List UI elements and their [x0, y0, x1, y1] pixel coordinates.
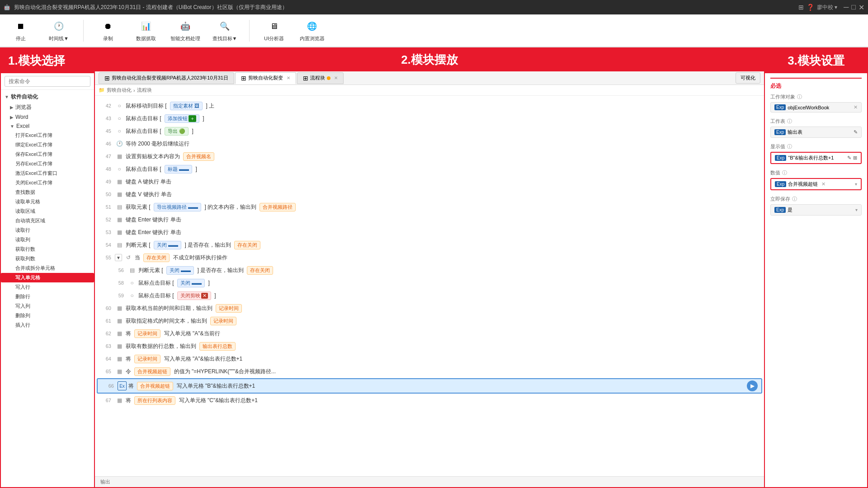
help-icon[interactable]: ⓘ	[787, 118, 792, 125]
workbook-close-btn[interactable]: ✕	[854, 104, 858, 110]
tree-item-get-colcount[interactable]: 获取列数	[1, 254, 94, 263]
flow-line-47: 47 ▦ 设置剪贴板文本内容为 合并视频名	[95, 150, 764, 163]
tree-item-delete-row[interactable]: 删除行	[1, 292, 94, 301]
tree-item-browser[interactable]: ▶ 浏览器	[1, 102, 94, 113]
worksheet-edit-btn[interactable]: ✎	[854, 129, 858, 135]
help-icon[interactable]: ⓘ	[782, 169, 787, 176]
tabs-bar: ⊞ 剪映自动化混合裂变视频RPA机器人2023年10月31日 ⊞ 剪映自动化裂变…	[95, 71, 764, 85]
display-value-edit-btn[interactable]: ✎	[847, 155, 851, 161]
tree-item-activate-excel[interactable]: 激活Excel工作窗口	[1, 169, 94, 178]
line-number: 62	[99, 331, 111, 336]
display-value-expand-btn[interactable]: ⊞	[853, 155, 857, 161]
tree-item-bind-excel[interactable]: 绑定Excel工作簿	[1, 140, 94, 150]
flow-line-64: 64 ▦ 将 记录时间 写入单元格 "A"&输出表行总数+1	[95, 352, 764, 365]
flow-line-48: 48 ○ 鼠标点击目标 [ 标题 ▬▬ ]	[95, 163, 764, 175]
tree-item-merge-cell[interactable]: 合并或拆分单元格	[1, 263, 94, 273]
find-target-button[interactable]: 🔍 查找目标▼	[211, 19, 238, 42]
tree-item-read-range[interactable]: 读取区域	[1, 206, 94, 216]
search-input[interactable]	[5, 76, 90, 87]
tree-item-open-excel[interactable]: 打开Excel工作簿	[1, 131, 94, 140]
doc-process-button[interactable]: 🤖 智能文档处理	[170, 19, 200, 42]
var-tag: 存在关闭	[234, 241, 260, 249]
tree-item-find-data[interactable]: 查找数据	[1, 188, 94, 197]
save-immediately-field-value[interactable]: Exp 是 ▾	[770, 204, 862, 216]
title-text: 剪映自动化混合裂变视频RPA机器人2023年10月31日 - 流程创建者（UiB…	[14, 4, 288, 11]
tree-item-write-cell[interactable]: 写入单元格	[1, 273, 94, 282]
flow-line-55: 55 ▼ ↺ 当 存在关闭 不成立时循环执行操作	[95, 251, 764, 264]
line-number: 46	[99, 141, 111, 146]
visualize-button[interactable]: 可视化	[736, 72, 760, 84]
tab-close-btn[interactable]: ✕	[287, 75, 290, 80]
line-number: 58	[111, 280, 124, 286]
line-content: 鼠标点击目标 [ 关闭剪映 ✕ ]	[138, 291, 760, 300]
tree-item-insert-row[interactable]: 插入行	[1, 320, 94, 330]
data-capture-button[interactable]: 📊 数据抓取	[132, 19, 160, 42]
line-number: 66	[101, 383, 114, 389]
help-icon[interactable]: ⓘ	[787, 143, 792, 150]
flow-line-66[interactable]: 66 Ex 将 合并视频超链 写入单元格 "B"&输出表行总数+1 ▶	[97, 378, 762, 394]
numeric-value-close-btn[interactable]: ✕	[821, 181, 826, 187]
flow-line-53: 53 ▦ 键盘 Enter 键执行 单击	[95, 226, 764, 239]
action-icon: ○	[115, 101, 124, 110]
tree-item-delete-col[interactable]: 删除列	[1, 311, 94, 320]
record-button[interactable]: ⏺ 录制	[94, 19, 122, 42]
display-value-field-value[interactable]: Exp "B"&输出表行总数+1 ✎ ⊞	[770, 152, 862, 164]
flow-line-63: 63 ▦ 获取有数据的行总数，输出到 输出表行总数	[95, 340, 764, 352]
dropdown-icon[interactable]: ▾	[855, 207, 858, 212]
ui-analyzer-icon: 🖥	[267, 19, 281, 33]
tree-item-software-automation[interactable]: ▼ 软件自动化	[1, 92, 94, 102]
tree-item-excel[interactable]: ▼ Excel	[1, 122, 94, 131]
browser-button[interactable]: 🌐 内置浏览器	[298, 19, 326, 42]
save-immediately-field-group: 立即保存 ⓘ Exp 是 ▾	[770, 196, 862, 216]
var-tag: 记录时间	[134, 355, 160, 363]
tree-item-read-row[interactable]: 读取行	[1, 225, 94, 235]
tree-item-autofill[interactable]: 自动填充区域	[1, 216, 94, 225]
var-tag: 输出表行总数	[199, 342, 236, 351]
tree-container: ▼ 软件自动化 ▶ 浏览器 ▶ Word ▼ Excel 打开Excel工作簿 …	[1, 90, 94, 487]
ui-analyzer-button[interactable]: 🖥 UI分析器	[260, 19, 288, 42]
numeric-value-field-value[interactable]: Exp 合并视频超链 ✕ ▾	[770, 178, 862, 190]
element-tag: 标题 ▬▬	[165, 165, 192, 174]
tree-item-word[interactable]: ▶ Word	[1, 113, 94, 122]
help-icon[interactable]: ⓘ	[797, 94, 802, 100]
line-content: 等待 2000 毫秒后继续运行	[126, 140, 760, 148]
output-bar: 输出	[95, 476, 764, 487]
timeline-button[interactable]: 🕐 时间线▼	[45, 19, 72, 42]
tab-main-flow[interactable]: ⊞ 剪映自动化混合裂变视频RPA机器人2023年10月31日	[99, 72, 234, 84]
grid-icon[interactable]: ⊞	[798, 4, 804, 11]
line-content: 获取有数据的行总数，输出到 输出表行总数	[126, 342, 760, 351]
tree-item-read-col[interactable]: 读取列	[1, 235, 94, 244]
dropdown-icon[interactable]: ▾	[855, 182, 857, 187]
tree-item-write-col[interactable]: 写入列	[1, 301, 94, 311]
play-button[interactable]: ▶	[747, 380, 758, 391]
tree-item-saveas-excel[interactable]: 另存Excel工作簿	[1, 159, 94, 169]
loop-icon: ↺	[124, 253, 133, 262]
section-2-header: 2.模块摆放	[95, 48, 764, 71]
tab-label: 剪映自动化混合裂变视频RPA机器人2023年10月31日	[112, 75, 228, 81]
maximize-btn[interactable]: □	[851, 3, 856, 11]
close-btn[interactable]: ✕	[859, 3, 864, 12]
tree-item-write-row[interactable]: 写入行	[1, 282, 94, 292]
tree-item-read-cell[interactable]: 读取单元格	[1, 197, 94, 206]
help-icon[interactable]: ❓	[807, 4, 814, 11]
tab-jianym-auto[interactable]: ⊞ 剪映自动化裂变 ✕	[235, 72, 296, 84]
tree-item-label: 删除行	[15, 293, 30, 300]
minimize-btn[interactable]: ─	[844, 3, 849, 11]
tree-item-save-excel[interactable]: 保存Excel工作簿	[1, 150, 94, 159]
tree-item-label: 读取行	[15, 227, 30, 234]
element-tag: 关闭 ▬▬	[154, 241, 181, 249]
tree-item-get-rowcount[interactable]: 获取行数	[1, 244, 94, 254]
workbook-value-container: Exp objExcelWorkBook	[774, 104, 829, 110]
stop-button[interactable]: ⏹ 停止	[7, 19, 34, 42]
tree-item-close-excel[interactable]: 关闭Excel工作簿	[1, 178, 94, 188]
grid-icon: ▦	[115, 304, 124, 313]
field-label-text: 显示值	[770, 143, 785, 150]
tab-flow-block[interactable]: ⊞ 流程块 ✕	[297, 72, 344, 84]
var-tag: 所在行列表内容	[134, 396, 175, 405]
tree-item-label: 删除列	[15, 312, 30, 319]
tab-close-btn[interactable]: ✕	[334, 75, 338, 80]
line-content: 将 记录时间 写入单元格 "A"&当前行	[126, 329, 760, 338]
expand-button[interactable]: ▼	[115, 254, 122, 261]
line-number: 61	[99, 318, 111, 324]
help-icon[interactable]: ⓘ	[792, 196, 797, 202]
